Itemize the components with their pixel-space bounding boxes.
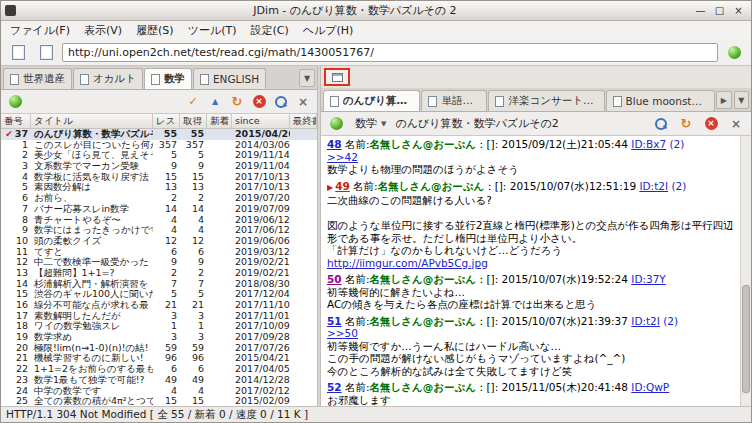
table-row[interactable]: ✔37のんびり算数・数学パズルその...55552015/04/26 [1, 129, 317, 140]
post-id-link[interactable]: ID:t2I [631, 315, 660, 327]
open-url-button[interactable] [722, 43, 746, 63]
table-row[interactable]: 21機械学習するのに新しい!96962015/04/21 [1, 353, 317, 364]
thread-tab-next-button[interactable]: ▶ [716, 91, 731, 109]
table-row[interactable]: 221+1=2をお前らのする最も662017/04/05 [1, 364, 317, 375]
board-button[interactable] [5, 93, 25, 111]
post-link[interactable]: http://iimgur.com/APvb5Cg.jpg [327, 257, 737, 270]
app-window: JDim - のんびり算数・数学パズルその 2 — □ × ファイル(F)表示(… [0, 0, 752, 423]
close-thread-button[interactable]: × [726, 115, 746, 133]
thread-tab[interactable]: 単語スレ [421, 90, 487, 111]
column-header[interactable]: since [232, 114, 290, 128]
column-header[interactable]: 最終書込 [290, 114, 317, 128]
table-row[interactable]: 7バナー応募スレin数学14142019/07/09 [1, 204, 317, 215]
column-header[interactable]: レス [153, 114, 180, 128]
table-row[interactable]: 9数学にはまったきっかけです442017/06/12 [1, 225, 317, 236]
close-window-button[interactable]: × [730, 3, 747, 18]
move-up-button[interactable]: ▲ [205, 93, 225, 111]
table-row[interactable]: 15渋谷のギャル100人に聞いた552017/12/04 [1, 289, 317, 300]
post-id-link[interactable]: ID:Bx7 [631, 138, 666, 150]
column-header[interactable]: タイトル [31, 114, 153, 128]
thread-tab[interactable]: Blue moonston... [606, 90, 716, 111]
table-row[interactable]: 8青チャートやるぞ〜442019/06/12 [1, 215, 317, 226]
menu-item[interactable]: 表示(V) [77, 21, 129, 40]
detach-tab-button[interactable] [324, 68, 350, 86]
reload-thread-button[interactable]: ↻ [676, 115, 696, 133]
menu-item[interactable]: 履歴(S) [129, 21, 181, 40]
table-row[interactable]: 23数学1最もて独学で可能!?49492014/12/28 [1, 375, 317, 386]
thread-tab[interactable]: 洋楽コンサートスレ [488, 90, 604, 111]
table-row[interactable]: 17素数解明したんだが332017/11/01 [1, 311, 317, 322]
minimize-button[interactable]: — [692, 3, 709, 18]
post-id-count[interactable]: (2) [666, 138, 684, 150]
stop-thread-button[interactable]: × [701, 115, 721, 133]
table-row[interactable]: 16線分不可能な点が求れる最21212017/11/10 [1, 300, 317, 311]
table-row[interactable]: 1このスレが目についたら何か書...3573572014/03/06 [1, 140, 317, 151]
stop-board-button[interactable]: × [249, 93, 269, 111]
url-input[interactable]: http://uni.open2ch.net/test/read.cgi/mat… [62, 43, 718, 62]
table-row[interactable]: 13【超難問】1+1=?222019/02/21 [1, 268, 317, 279]
thread-scrollbar[interactable] [740, 136, 751, 406]
row-number: 14 [1, 279, 31, 290]
page-icon [495, 96, 504, 107]
table-row[interactable]: 19数学求め332017/09/28 [1, 332, 317, 343]
page-icon [10, 74, 19, 85]
table-row[interactable]: 5素因数分解は13132017/10/13 [1, 182, 317, 193]
menu-item[interactable]: 設定(C) [243, 21, 295, 40]
column-header[interactable]: 番号 [1, 114, 31, 128]
table-row[interactable]: 12中二で数検準一級受かった992019/02/21 [1, 257, 317, 268]
row-new-count [207, 332, 232, 343]
table-row[interactable]: 25全ての素数の積が4π²とつで15152015/02/09 [1, 396, 317, 406]
maximize-button[interactable]: □ [711, 3, 728, 18]
table-row[interactable]: 3文系数学でマーカン受験992019/11/04 [1, 161, 317, 172]
tab-label: のんびり算数... [343, 94, 413, 108]
post-link[interactable]: >>50 [327, 327, 737, 340]
table-row[interactable]: 10頭の柔軟クイズ12122019/06/06 [1, 236, 317, 247]
board-tab-list-button[interactable]: ▼ [299, 69, 315, 87]
table-row[interactable]: 20極限!lim(n→1-0)(n)!の結!59592017/07/26 [1, 343, 317, 354]
close-board-button[interactable]: × [293, 93, 313, 111]
board-tab[interactable]: ENGLISH [193, 68, 266, 89]
document-button-1[interactable] [6, 43, 30, 63]
row-new-count [207, 129, 232, 140]
post-number-link[interactable]: 52 [327, 381, 342, 393]
board-select-dropdown[interactable]: 数学 ▼ [351, 115, 390, 132]
post-id-count[interactable]: (2) [668, 180, 686, 192]
menu-item[interactable]: ファイル(F) [3, 21, 77, 40]
post-number-link[interactable]: 49 [335, 180, 350, 192]
board-tab[interactable]: オカルト [73, 68, 143, 89]
column-header[interactable]: 新着 [207, 114, 232, 128]
table-row[interactable]: 4数学板に活気を取り戻す法15152017/10/13 [1, 172, 317, 183]
post-number-link[interactable]: 48 [327, 138, 342, 150]
post-number-link[interactable]: 50 [327, 273, 342, 285]
post-id-link[interactable]: ID:QwP [631, 381, 669, 393]
column-header[interactable]: 取得 [180, 114, 207, 128]
thread-tab-list-button[interactable]: ▼ [734, 91, 749, 109]
table-row[interactable]: 2美少女「ほら見て、見えそうで...552019/11/14 [1, 150, 317, 161]
board-tabbar: 世界遺産オカルト数学ENGLISH ▼ [1, 66, 317, 90]
row-last-write [290, 225, 317, 236]
scrollbar-thumb[interactable] [742, 285, 750, 393]
table-row[interactable]: 6お前ら、222019/07/20 [1, 193, 317, 204]
post-link[interactable]: >>42 [327, 151, 737, 164]
thread-tab[interactable]: のんびり算数... [323, 90, 420, 111]
post-id-link[interactable]: ID:37Y [631, 273, 666, 285]
post-number-link[interactable]: 51 [327, 315, 342, 327]
thread-board-button[interactable] [326, 115, 346, 133]
post-id-link[interactable]: ID:t2I [639, 180, 668, 192]
document-button-2[interactable] [34, 43, 58, 63]
table-row[interactable]: 24中学の数学です442017/02/12 [1, 386, 317, 397]
board-tab[interactable]: 世界遺産 [3, 68, 72, 89]
search-thread-button[interactable] [651, 115, 671, 133]
table-row[interactable]: 14杉浦解析入門・解析演習を772018/08/30 [1, 279, 317, 290]
stop-icon: × [253, 95, 266, 108]
table-row[interactable]: 18ワイの数学勉強スレ112017/10/09 [1, 321, 317, 332]
search-board-button[interactable] [271, 93, 291, 111]
reload-board-button[interactable]: ↻ [227, 93, 247, 111]
menu-item[interactable]: ツール(T) [181, 21, 244, 40]
post-body: 二次曲線のこの問題解ける人いる? 図のような単位円に接する並行2直線と楕円(標準… [327, 194, 737, 269]
post-id-count[interactable]: (2) [660, 315, 678, 327]
check-update-button[interactable]: ✓ [183, 93, 203, 111]
menu-item[interactable]: ヘルプ(H) [296, 21, 361, 40]
table-row[interactable]: 11てすと662019/03/12 [1, 247, 317, 258]
board-tab[interactable]: 数学 [144, 68, 192, 89]
